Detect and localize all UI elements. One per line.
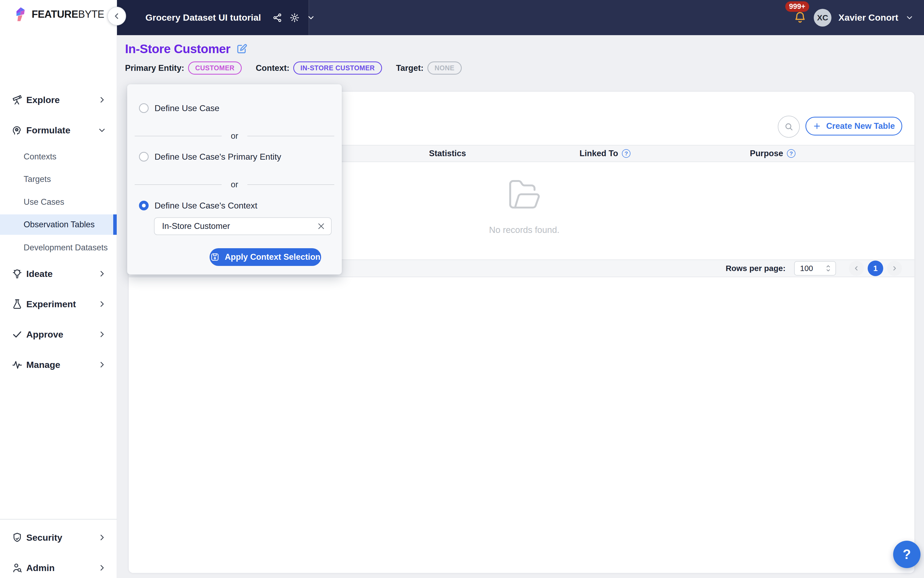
shield-check-icon [12,532,23,543]
option-define-context[interactable]: Define Use Case's Context [127,196,342,215]
or-divider: or [135,131,334,141]
rows-per-page-label: Rows per page: [726,264,786,273]
page-title: In-Store Customer [125,42,230,56]
sidebar-item-observation-tables[interactable]: Observation Tables [0,214,117,235]
option-define-use-case[interactable]: Define Use Case [127,99,342,117]
chevron-right-icon [98,300,106,308]
user-name: Xavier Conort [838,12,898,23]
gear-icon[interactable] [290,13,300,23]
rows-per-page-select[interactable]: 100 [794,261,836,276]
help-button[interactable]: ? [893,541,921,568]
sidebar-item-ideate[interactable]: Ideate [0,262,117,285]
sidebar-item-experiment[interactable]: Experiment [0,292,117,315]
project-title: Grocery Dataset UI tutorial [146,12,261,23]
sidebar-item-admin[interactable]: Admin [0,556,117,578]
sidebar-collapse-button[interactable] [107,7,126,26]
option-label: Define Use Case's Context [154,201,257,211]
context-input[interactable] [154,218,332,235]
check-icon [12,329,23,340]
edit-title-icon[interactable] [236,43,248,55]
chevron-right-icon [891,265,898,272]
question-circle-icon[interactable]: ? [787,149,796,158]
sidebar-item-development-datasets[interactable]: Development Datasets [0,236,117,259]
select-stepper-icon [825,264,832,273]
target-label: Target: [396,63,424,73]
prev-page-button[interactable] [849,261,864,276]
entity-meta-row: Primary Entity: CUSTOMER Context: IN-STO… [125,62,462,75]
notification-badge: 999+ [785,2,809,12]
project-selector[interactable]: Grocery Dataset UI tutorial [117,0,309,35]
context-label: Context: [256,63,290,73]
notifications[interactable]: 999+ [793,11,807,24]
context-selection-popup: Define Use Case or Define Use Case's Pri… [127,84,342,274]
sidebar-item-explore[interactable]: Explore [0,88,117,111]
clear-input-icon[interactable] [316,222,326,231]
sidebar-item-targets[interactable]: Targets [0,168,117,190]
apply-context-selection-button[interactable]: Apply Context Selection [209,248,321,266]
primary-entity-pill[interactable]: CUSTOMER [188,62,242,75]
chevron-right-icon [98,533,106,542]
sidebar-item-label: Ideate [26,269,53,279]
create-new-table-button[interactable]: Create New Table [806,117,902,135]
create-new-table-label: Create New Table [826,121,895,131]
radio-unchecked-icon[interactable] [139,103,149,113]
context-pill[interactable]: IN-STORE CUSTOMER [293,62,382,75]
column-header-statistics: Statistics [429,145,466,162]
radio-unchecked-icon[interactable] [139,152,149,162]
target-pill: NONE [427,62,462,75]
open-folder-icon [504,177,545,212]
option-label: Define Use Case's Primary Entity [154,152,281,162]
column-header-purpose: Purpose? [750,145,796,162]
chevron-right-icon [98,96,106,104]
chevron-left-icon [853,265,860,272]
question-circle-icon[interactable]: ? [622,149,631,158]
sidebar-item-use-cases[interactable]: Use Cases [0,191,117,213]
or-text: or [231,180,238,190]
user-menu-chevron-icon[interactable] [905,13,914,22]
chevron-right-icon [98,360,106,369]
chevron-down-icon[interactable] [306,13,315,22]
sidebar: FEATUREBYTE Explore Formulate Contexts T… [0,0,117,578]
save-icon [210,253,219,261]
chevron-down-icon [98,126,106,134]
share-icon[interactable] [272,13,282,23]
search-icon [784,122,794,132]
head-gear-icon [12,125,23,135]
option-label: Define Use Case [154,103,219,113]
flask-icon [12,299,23,309]
featurebyte-logo-icon [16,7,28,21]
sidebar-subitem-label: Observation Tables [24,220,95,229]
sidebar-item-formulate[interactable]: Formulate [0,119,117,142]
sidebar-item-label: Approve [26,329,63,340]
telescope-icon [12,94,23,105]
lightbulb-icon [12,268,23,279]
sidebar-divider [0,519,117,520]
or-text: or [231,131,238,141]
radio-checked-icon[interactable] [139,201,149,210]
plus-icon [813,122,821,130]
sidebar-item-manage[interactable]: Manage [0,353,117,376]
primary-entity-label: Primary Entity: [125,63,184,73]
avatar[interactable]: XC [814,9,832,26]
bell-icon [793,11,807,24]
sidebar-item-contexts[interactable]: Contexts [0,145,117,168]
user-search-icon [12,562,23,573]
option-define-primary-entity[interactable]: Define Use Case's Primary Entity [127,147,342,166]
search-button[interactable] [778,116,800,138]
next-page-button[interactable] [887,261,902,276]
page-number-button[interactable]: 1 [868,261,883,276]
sidebar-item-label: Manage [26,360,60,370]
column-header-linked-to: Linked To? [580,145,631,162]
sidebar-item-security[interactable]: Security [0,526,117,549]
sidebar-subitem-label: Development Datasets [24,243,108,253]
sidebar-item-approve[interactable]: Approve [0,323,117,346]
chevron-right-icon [98,564,106,572]
logo: FEATUREBYTE [16,7,104,21]
empty-state: No records found. [489,177,559,235]
sidebar-item-label: Experiment [26,299,76,309]
sidebar-item-label: Admin [26,563,55,573]
activity-icon [12,359,23,370]
sidebar-item-label: Security [26,533,62,543]
apply-context-selection-label: Apply Context Selection [225,252,321,262]
brand-name: FEATUREBYTE [32,8,104,20]
